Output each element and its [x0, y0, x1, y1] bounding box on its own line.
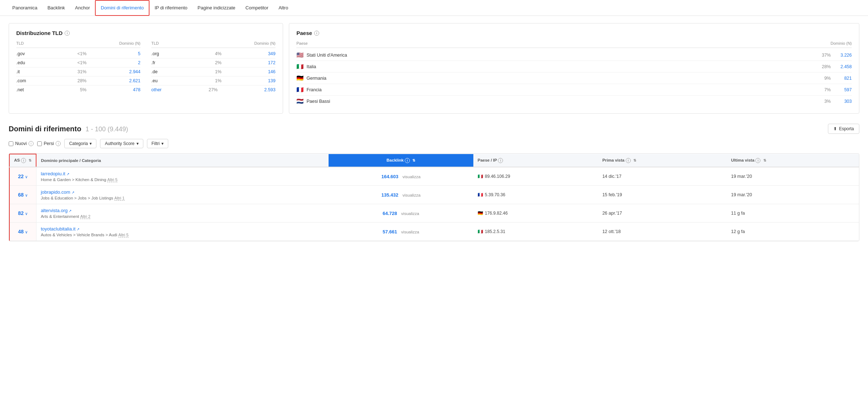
- paese-row: 🇳🇱Paesi Bassi3%303: [296, 96, 852, 107]
- th-prima-vista-info-icon[interactable]: i: [626, 158, 631, 163]
- persi-info-icon[interactable]: i: [56, 141, 61, 146]
- category-text: Home & Garden > Kitchen & Dining Altri 5: [41, 177, 324, 182]
- th-backlink[interactable]: Backlink i ⇅: [329, 154, 473, 167]
- tld-num[interactable]: 172: [259, 60, 275, 65]
- paese-row: 🇩🇪Germania9%821: [296, 73, 852, 84]
- categoria-label: Categoria: [69, 141, 88, 146]
- paese-ip-flag: 🇫🇷: [478, 192, 483, 197]
- tld-name: .eu: [151, 78, 169, 83]
- persi-checkbox[interactable]: [37, 141, 42, 146]
- domain-link[interactable]: jobrapido.com↗: [41, 189, 74, 195]
- domain-link[interactable]: larredopiu.it↗: [41, 171, 69, 176]
- tld-name[interactable]: other: [151, 87, 162, 92]
- paese-num[interactable]: 3.226: [834, 53, 852, 58]
- paese-info-icon[interactable]: i: [314, 31, 319, 36]
- tld-row: .de1%146: [151, 67, 275, 76]
- backlink-cell: 64.728 visualizza: [329, 204, 473, 223]
- as-expand-icon[interactable]: ∨: [25, 193, 28, 197]
- paese-header-paese: Paese: [296, 41, 308, 45]
- th-as[interactable]: AS i ⇅: [9, 154, 36, 167]
- visualizza-link[interactable]: visualizza: [403, 193, 421, 197]
- th-as-label: AS: [14, 158, 20, 162]
- th-ultima-vista[interactable]: Ultima vista i ⇅: [727, 154, 859, 167]
- domain-link[interactable]: altervista.org↗: [41, 208, 71, 213]
- paese-num[interactable]: 303: [834, 99, 852, 104]
- as-value[interactable]: 48: [18, 229, 24, 234]
- th-as-info-icon[interactable]: i: [21, 158, 26, 163]
- table-row: 68 ∨ jobrapido.com↗ Jobs & Education > J…: [9, 186, 859, 204]
- tld-num[interactable]: 2.593: [259, 87, 275, 92]
- visualizza-link[interactable]: visualizza: [403, 175, 421, 179]
- nav-item-ip-di-riferimento[interactable]: IP di riferimento: [149, 0, 192, 16]
- th-paese-ip-label: Paese / IP: [478, 158, 497, 162]
- backlink-num[interactable]: 64.728: [383, 211, 397, 216]
- nav-item-pagine-indicizzate[interactable]: Pagine indicizzate: [192, 0, 240, 16]
- tld-num[interactable]: 5: [124, 51, 140, 56]
- paese-ip-address: 176.9.82.46: [485, 211, 508, 216]
- as-value[interactable]: 82: [18, 210, 24, 216]
- nav-item-anchor[interactable]: Anchor: [70, 0, 95, 16]
- th-prima-vista[interactable]: Prima vista i ⇅: [598, 154, 727, 167]
- nav-item-altro[interactable]: Altro: [273, 0, 293, 16]
- paese-ip-cell: 🇮🇹 185.2.5.31: [473, 223, 598, 241]
- export-label: Esporta: [839, 126, 854, 131]
- tld-num[interactable]: 478: [124, 87, 140, 92]
- backlink-num[interactable]: 164.603: [381, 174, 398, 179]
- th-ultima-vista-sort-icon: ⇅: [763, 158, 766, 162]
- paese-card: Paese i Paese Dominio (N) 🇺🇸Stati Uniti …: [289, 23, 859, 114]
- as-expand-icon[interactable]: ∨: [25, 230, 28, 234]
- as-expand-icon[interactable]: ∨: [25, 211, 28, 216]
- as-expand-icon[interactable]: ∨: [25, 175, 28, 179]
- paese-ip-address: 185.2.5.31: [485, 229, 505, 234]
- tld-num[interactable]: 139: [259, 78, 275, 83]
- backlink-num[interactable]: 135.432: [381, 192, 398, 198]
- as-cell: 22 ∨: [9, 167, 36, 186]
- tld-num[interactable]: 2: [124, 60, 140, 65]
- nuovi-checkbox-label[interactable]: Nuovi i: [9, 141, 34, 146]
- tld-name: .gov: [16, 51, 34, 56]
- tld-num[interactable]: 2.621: [124, 78, 140, 83]
- paese-pct: 9%: [816, 76, 831, 81]
- tld-row: .org4%349: [151, 49, 275, 58]
- th-paese-ip-info-icon[interactable]: i: [498, 158, 503, 163]
- th-backlink-info-icon[interactable]: i: [405, 158, 410, 163]
- nuovi-info-icon[interactable]: i: [29, 141, 34, 146]
- paese-num[interactable]: 2.458: [834, 64, 852, 69]
- tld-num[interactable]: 146: [259, 69, 275, 74]
- authority-score-filter-button[interactable]: Authority Score ▾: [100, 139, 143, 148]
- visualizza-link[interactable]: visualizza: [401, 211, 419, 216]
- paese-ip-cell: 🇮🇹 89.46.106.29: [473, 167, 598, 186]
- th-ultima-vista-info-icon[interactable]: i: [755, 158, 760, 163]
- backlink-num[interactable]: 57.661: [383, 229, 397, 234]
- export-button[interactable]: ⬆ Esporta: [828, 124, 859, 134]
- tld-num[interactable]: 349: [259, 51, 275, 56]
- paese-num[interactable]: 821: [834, 76, 852, 81]
- tld-name: .it: [16, 69, 34, 74]
- altri-link[interactable]: Altri 1: [114, 196, 125, 201]
- tld-row: .com28%2.621: [16, 76, 140, 85]
- nav-item-backlink[interactable]: Backlink: [42, 0, 70, 16]
- paese-ip-cell: 🇫🇷 5.39.70.36: [473, 186, 598, 204]
- backlink-cell: 135.432 visualizza: [329, 186, 473, 204]
- categoria-filter-button[interactable]: Categoria ▾: [64, 139, 96, 148]
- nuovi-checkbox[interactable]: [9, 141, 13, 146]
- visualizza-link[interactable]: visualizza: [401, 230, 419, 234]
- nav-item-domini-di-riferimento[interactable]: Domini di riferimento: [95, 0, 149, 16]
- altri-link[interactable]: Altri 2: [80, 214, 90, 219]
- nav-item-competitor[interactable]: Competitor: [240, 0, 274, 16]
- paese-num[interactable]: 597: [834, 87, 852, 92]
- paese-ip-cell: 🇩🇪 176.9.82.46: [473, 204, 598, 223]
- domain-link[interactable]: toyotaclubitalia.it↗: [41, 226, 79, 232]
- as-value[interactable]: 68: [18, 192, 24, 198]
- tld-info-icon[interactable]: i: [65, 31, 70, 36]
- paese-flag: 🇩🇪: [296, 75, 304, 82]
- filtri-button[interactable]: Filtri ▾: [147, 139, 169, 148]
- persi-checkbox-label[interactable]: Persi i: [37, 141, 61, 146]
- tld-num[interactable]: 2.944: [124, 69, 140, 74]
- altri-link[interactable]: Altri 5: [107, 177, 117, 182]
- altri-link[interactable]: Altri 5: [118, 233, 129, 237]
- nav-item-panoramica[interactable]: Panoramica: [7, 0, 42, 16]
- ultima-vista-cell: 12 g fa: [727, 223, 859, 241]
- tld-name: .fr: [151, 60, 169, 65]
- as-value[interactable]: 22: [18, 174, 24, 179]
